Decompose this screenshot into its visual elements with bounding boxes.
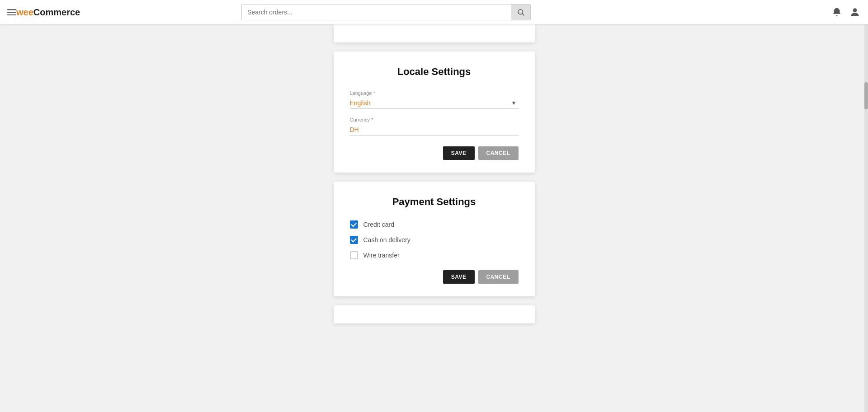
- locale-settings-card: Locale Settings Language * English Frenc…: [334, 52, 535, 173]
- svg-rect-2: [7, 14, 16, 15]
- logo-commerce: Commerce: [33, 7, 80, 17]
- bottom-partial-card: [334, 305, 535, 323]
- search-bar: [241, 4, 531, 20]
- language-label: Language *: [350, 90, 519, 96]
- svg-point-5: [853, 8, 857, 12]
- payment-save-button[interactable]: SAVE: [443, 270, 475, 284]
- scrollbar-thumb[interactable]: [864, 82, 868, 109]
- currency-input[interactable]: [350, 124, 519, 135]
- notification-button[interactable]: [832, 7, 842, 17]
- wire-transfer-label: Wire transfer: [363, 252, 400, 259]
- search-icon: [517, 8, 525, 16]
- currency-field: Currency *: [350, 117, 519, 136]
- wire-transfer-option: Wire transfer: [350, 251, 519, 259]
- language-select[interactable]: English French Spanish Arabic: [350, 98, 519, 108]
- scrollbar[interactable]: [864, 0, 868, 412]
- svg-rect-1: [7, 12, 16, 13]
- locale-card-actions: SAVE CANCEL: [350, 146, 519, 160]
- currency-label: Currency *: [350, 117, 519, 122]
- logo: weeCommerce: [16, 7, 80, 18]
- cash-on-delivery-checkbox[interactable]: [350, 236, 358, 244]
- main-content: Locale Settings Language * English Frenc…: [0, 24, 868, 342]
- svg-rect-0: [7, 9, 16, 10]
- top-partial-card: [334, 24, 535, 42]
- payment-card-actions: SAVE CANCEL: [350, 270, 519, 284]
- cash-on-delivery-option: Cash on delivery: [350, 236, 519, 244]
- search-input[interactable]: [242, 6, 511, 19]
- svg-point-3: [518, 9, 523, 14]
- payment-options: Credit card Cash on delivery Wire transf…: [350, 220, 519, 259]
- search-button[interactable]: [511, 5, 530, 20]
- language-field: Language * English French Spanish Arabic…: [350, 90, 519, 109]
- payment-settings-title: Payment Settings: [350, 196, 519, 208]
- credit-card-checkbox[interactable]: [350, 220, 358, 229]
- user-icon: [849, 6, 861, 18]
- language-select-wrapper: English French Spanish Arabic ▼: [350, 98, 519, 109]
- payment-cancel-button[interactable]: CANCEL: [478, 270, 519, 284]
- menu-button[interactable]: [7, 8, 16, 17]
- header-icons: [832, 6, 861, 18]
- header: weeCommerce: [0, 0, 868, 24]
- credit-card-option: Credit card: [350, 220, 519, 229]
- cash-on-delivery-label: Cash on delivery: [363, 236, 410, 243]
- locale-save-button[interactable]: SAVE: [443, 146, 475, 160]
- locale-settings-title: Locale Settings: [350, 66, 519, 78]
- credit-card-label: Credit card: [363, 221, 394, 228]
- user-button[interactable]: [849, 6, 861, 18]
- payment-settings-card: Payment Settings Credit card Cash on del…: [334, 182, 535, 296]
- menu-icon: [7, 8, 16, 17]
- currency-input-wrapper: [350, 124, 519, 136]
- bell-icon: [832, 7, 842, 17]
- wire-transfer-checkbox[interactable]: [350, 251, 358, 259]
- locale-cancel-button[interactable]: CANCEL: [478, 146, 519, 160]
- logo-wee: wee: [16, 7, 33, 17]
- svg-line-4: [523, 14, 524, 15]
